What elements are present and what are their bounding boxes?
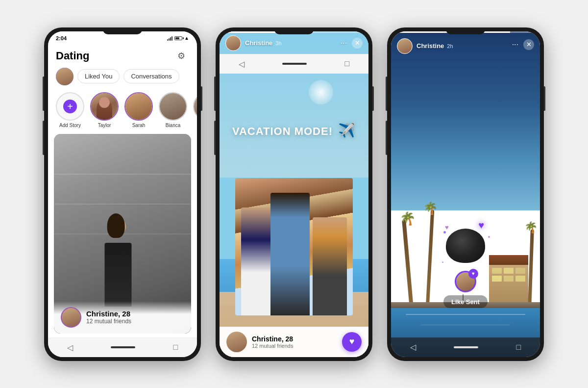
- like-orb-area: ♥ ♥: [441, 229, 490, 268]
- story-taylor[interactable]: Taylor: [90, 92, 119, 128]
- story-profile-name: Christine, 28: [252, 335, 293, 343]
- phone-1-screen: 2:04 ▲ Dating ⚙: [48, 31, 197, 357]
- story-profile-left: Christine, 28 12 mutual friends: [226, 332, 293, 352]
- story-time-2: 3h: [275, 40, 281, 46]
- story-profile-mutual: 12 mutual friends: [252, 343, 293, 349]
- resort-building: [489, 264, 528, 308]
- user-avatar: [56, 68, 74, 85]
- story-user-text: Christine 3h: [245, 39, 282, 47]
- add-story-plus-icon: +: [63, 100, 77, 113]
- story-avatar-2: [225, 35, 241, 51]
- back-button-1[interactable]: ◁: [67, 343, 73, 352]
- story-more-icon[interactable]: ···: [341, 39, 347, 48]
- phone-notch-2: [274, 27, 314, 34]
- dating-header: Dating ⚙: [48, 45, 197, 68]
- profile-name: Christine, 28: [86, 310, 131, 318]
- like-sent-screen: 🌴 🌴 🌴: [391, 31, 540, 357]
- story-view-screen: Christine 3h ··· ✕ VACATION MODE! ✈️: [220, 31, 368, 357]
- story-mini-avatar-2: [226, 332, 247, 352]
- palm-tree-1: 🌴: [406, 220, 410, 308]
- profile-mutual: 12 mutual friends: [86, 318, 131, 325]
- girls-photo: [235, 178, 353, 315]
- home-bar-1[interactable]: [111, 346, 135, 348]
- phone-2-screen: Christine 3h ··· ✕ VACATION MODE! ✈️: [220, 31, 368, 357]
- add-story-circle: +: [56, 92, 84, 121]
- story-header-3: Christine 2h ··· ✕: [391, 31, 540, 57]
- bianca-story-circle: [159, 92, 187, 121]
- home-bar-2[interactable]: [282, 63, 307, 65]
- sarah-label: Sarah: [132, 123, 146, 128]
- story-profile-text: Christine, 28 12 mutual friends: [252, 335, 293, 349]
- story-header-2: Christine 3h ··· ✕: [220, 31, 368, 54]
- bottom-nav-3: ◁ □: [391, 337, 540, 357]
- story-profile-card-2: Christine, 28 12 mutual friends ♥: [220, 327, 368, 357]
- like-avatar-container: ♥: [455, 271, 476, 292]
- battery-fill: [175, 37, 179, 39]
- heart-icon-2: ♥: [445, 224, 449, 231]
- like-sent-container: ♥ ♥ ♥ Like Sent: [441, 229, 490, 308]
- plane-emoji: ✈️: [338, 123, 356, 138]
- profile-mini-avatar: [61, 307, 81, 328]
- story-user-text-3: Christine 2h: [416, 42, 453, 50]
- resort-background: 🌴 🌴 🌴: [391, 31, 540, 357]
- story-bianca[interactable]: Bianca: [159, 92, 187, 128]
- tabs-row: Liked You Conversations: [48, 68, 197, 90]
- like-heart-badge: ♥: [468, 269, 478, 279]
- palm-tree-3: 🌴: [529, 230, 533, 308]
- story-controls-3: ··· ✕: [512, 39, 534, 50]
- conversations-tab[interactable]: Conversations: [123, 69, 179, 83]
- heart-icon-1: ♥: [478, 220, 484, 231]
- bottom-nav-1: ◁ □: [48, 337, 197, 357]
- resort-sky: [391, 31, 540, 210]
- sparkle-1: [443, 231, 446, 233]
- signal-icon: [167, 36, 172, 41]
- story-close-button[interactable]: ✕: [352, 38, 363, 49]
- liked-you-tab[interactable]: Liked You: [77, 69, 120, 83]
- phone-notch-3: [446, 27, 485, 34]
- vacation-text: VACATION MODE! ✈️: [232, 122, 356, 138]
- recents-button-3[interactable]: □: [516, 343, 521, 352]
- sp-story-circle: [193, 92, 197, 121]
- story-sp[interactable]: Sp...: [193, 92, 197, 128]
- phone-notch-1: [103, 27, 142, 34]
- bottom-nav-2: ◁ □: [220, 54, 368, 74]
- story-user-info-3: Christine 2h: [397, 38, 453, 54]
- dating-title: Dating: [56, 50, 89, 62]
- recents-button-2[interactable]: □: [345, 59, 350, 68]
- taylor-label: Taylor: [98, 123, 111, 128]
- story-more-icon-3[interactable]: ···: [512, 40, 518, 49]
- palm-tree-2: 🌴: [428, 210, 432, 308]
- like-sent-label: Like Sent: [443, 295, 488, 308]
- sparkle-3: [442, 261, 443, 263]
- add-story-item[interactable]: + Add Story: [56, 92, 84, 128]
- sarah-story-circle: [124, 92, 153, 121]
- story-avatar-3: [397, 38, 413, 54]
- sparkle-2: [488, 236, 490, 238]
- story-username-3: Christine: [416, 42, 444, 50]
- story-close-button-3[interactable]: ✕: [523, 39, 534, 50]
- back-button-3[interactable]: ◁: [410, 342, 416, 352]
- home-bar-3[interactable]: [454, 346, 478, 348]
- settings-button[interactable]: ⚙: [173, 48, 189, 64]
- phone-2: Christine 3h ··· ✕ VACATION MODE! ✈️: [216, 27, 372, 361]
- story-sarah[interactable]: Sarah: [124, 92, 153, 128]
- story-controls-2: ··· ✕: [341, 38, 363, 49]
- dating-home-screen: 2:04 ▲ Dating ⚙: [48, 31, 197, 357]
- wifi-icon: ▲: [184, 35, 189, 41]
- phone-1: 2:04 ▲ Dating ⚙: [44, 27, 201, 361]
- add-story-label: Add Story: [59, 123, 81, 128]
- recents-button-1[interactable]: □: [173, 343, 178, 352]
- back-button-2[interactable]: ◁: [239, 59, 245, 69]
- story-time-3: 2h: [447, 43, 453, 49]
- story-username-2: Christine: [245, 39, 272, 47]
- story-user-info-2: Christine 3h: [225, 35, 282, 51]
- phone-3-screen: 🌴 🌴 🌴: [391, 31, 540, 357]
- profile-info: Christine, 28 12 mutual friends: [54, 301, 191, 334]
- bianca-label: Bianca: [166, 123, 181, 128]
- stories-row: + Add Story Taylor Sarah: [48, 90, 197, 134]
- status-icons: ▲: [167, 35, 189, 41]
- profile-card[interactable]: Christine, 28 12 mutual friends: [54, 134, 191, 334]
- story-photo-area: [220, 31, 368, 357]
- profile-text: Christine, 28 12 mutual friends: [86, 310, 131, 325]
- story-like-button[interactable]: ♥: [342, 332, 362, 352]
